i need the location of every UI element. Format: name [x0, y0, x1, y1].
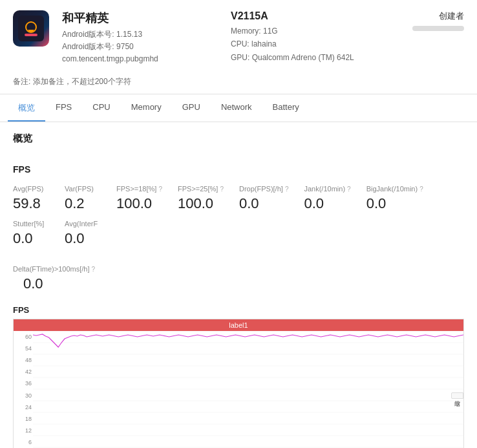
chart-legend-bar: label1 [14, 319, 463, 331]
chart-side-controls[interactable]: 缩放 [451, 392, 463, 399]
tabs-bar: 概览 FPS CPU Memory GPU Network Battery [0, 94, 477, 122]
device-info: V2115A Memory: 11G CPU: lahaina GPU: Qua… [231, 10, 387, 64]
device-model: V2115A [231, 10, 387, 22]
device-gpu: GPU: Qualcomm Adreno (TM) 642L [231, 51, 387, 64]
app-name: 和平精英 [62, 10, 218, 26]
app-info: 和平精英 Android版本号: 1.15.13 Android版本号: 975… [62, 10, 218, 66]
device-memory: Memory: 11G [231, 25, 387, 37]
tab-cpu[interactable]: CPU [82, 94, 120, 122]
tab-memory[interactable]: Memory [121, 94, 172, 122]
y-axis: 60 54 48 42 36 30 24 18 12 6 0 [14, 331, 33, 448]
fps-section-title: FPS [13, 164, 464, 175]
creator-bar [412, 26, 464, 31]
chart-svg [33, 331, 463, 448]
main-content: 概览 FPS Avg(FPS) 59.8 Var(FPS) 0.2 FPS>=1… [0, 122, 477, 448]
page-title: 概览 [13, 133, 464, 151]
svg-rect-0 [18, 16, 44, 41]
creator-section: 创建者 [399, 10, 464, 31]
metric-fps25: FPS>=25[%] ? 100.0 [178, 185, 239, 220]
svg-rect-2 [25, 34, 37, 36]
metrics-grid: Avg(FPS) 59.8 Var(FPS) 0.2 FPS>=18[%] ? … [13, 185, 464, 255]
app-icon [13, 10, 49, 47]
tab-gpu[interactable]: GPU [172, 94, 211, 122]
chart-title: FPS [13, 305, 464, 315]
creator-label: 创建者 [399, 10, 464, 22]
metric-drop-fps: Drop(FPS)[/h] ? 0.0 [239, 185, 304, 220]
android-version: Android版本号: 1.15.13 [62, 28, 218, 41]
metric-var-fps: Var(FPS) 0.2 [65, 185, 116, 220]
tab-fps[interactable]: FPS [45, 94, 82, 122]
fps-section: FPS Avg(FPS) 59.8 Var(FPS) 0.2 FPS>=18[%… [13, 164, 464, 292]
tab-network[interactable]: Network [211, 94, 262, 122]
delta-section: Delta(FTime)>100ms[/h] ? 0.0 [13, 265, 464, 292]
app-header: 和平精英 Android版本号: 1.15.13 Android版本号: 975… [0, 0, 477, 72]
app-package: com.tencent.tmgp.pubgmhd [62, 53, 218, 65]
fps-chart-container: FPS label1 60 54 48 42 36 30 24 18 12 6 [13, 305, 464, 448]
android-build: Android版本号: 9750 [62, 41, 218, 53]
metric-avg-fps: Avg(FPS) 59.8 [13, 185, 65, 220]
metric-stutter: Stutter[%] 0.0 [13, 220, 65, 255]
metric-fps18: FPS>=18[%] ? 100.0 [116, 185, 178, 220]
note-bar: 备注: 添加备注，不超过200个字符 [0, 72, 477, 94]
note-text: 备注: 添加备注，不超过200个字符 [13, 77, 131, 86]
chart-svg-area: 缩放 [33, 331, 463, 448]
metric-avg-interframe: Avg(InterF 0.0 [65, 220, 116, 255]
metric-jank: Jank(/10min) ? 0.0 [304, 185, 366, 220]
tab-battery[interactable]: Battery [262, 94, 310, 122]
tab-overview[interactable]: 概览 [8, 94, 45, 122]
chart-wrapper: label1 60 54 48 42 36 30 24 18 12 6 0 [13, 319, 464, 448]
metric-bigjank: BigJank(/10min) ? 0.0 [366, 185, 439, 220]
delta-value: 0.0 [13, 275, 464, 292]
device-cpu: CPU: lahaina [231, 37, 387, 50]
